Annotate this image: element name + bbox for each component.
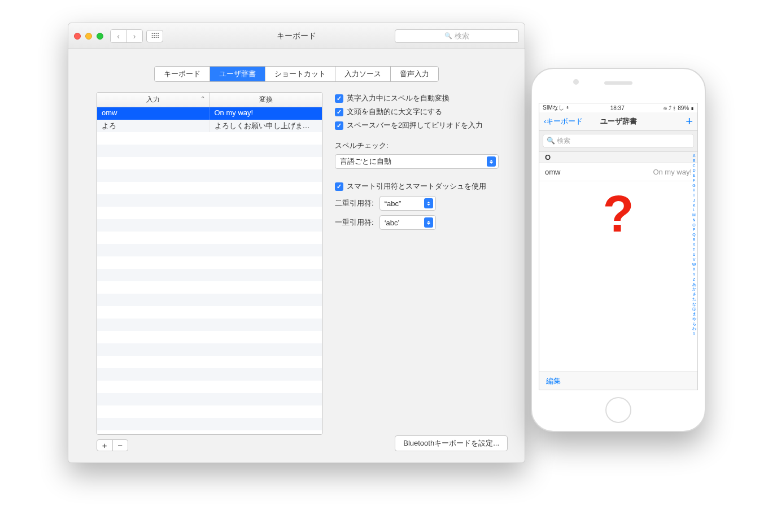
bluetooth-keyboard-button[interactable]: Bluetoothキーボードを設定...	[395, 435, 508, 451]
forward-button[interactable]: ›	[126, 30, 142, 42]
dictionary-row[interactable]: omw On my way!	[539, 163, 697, 181]
back-button[interactable]: ‹ キーボード	[544, 116, 583, 127]
single-quote-label: 一重引用符:	[335, 217, 374, 228]
home-button[interactable]	[605, 397, 631, 423]
double-quote-label: 二重引用符:	[335, 198, 374, 208]
show-all-button[interactable]: ⠿⠿	[146, 30, 163, 42]
preferences-window: ‹ › ⠿⠿ キーボード 検索 キーボードユーザ辞書ショートカット入力ソース音声…	[68, 23, 525, 463]
tab-bar: キーボードユーザ辞書ショートカット入力ソース音声入力	[68, 66, 525, 82]
add-button[interactable]: +	[686, 114, 693, 129]
status-bar: SIMなし ᯤ 18:37 ⊕ ⤴ ᚼ 89% ▮	[539, 103, 697, 112]
spellcheck-label: スペルチェック:	[335, 141, 508, 151]
edit-button[interactable]: 編集	[546, 376, 561, 386]
status-carrier: SIMなし ᯤ	[543, 104, 571, 112]
col-output[interactable]: 変換	[210, 93, 322, 107]
search-input[interactable]: 検索	[395, 29, 519, 43]
back-button[interactable]: ‹	[111, 30, 126, 42]
alphabet-index[interactable]: ABCDEFGHIJKLMNOPQRSTUVWXYZあかさたなはまやらわ#	[691, 151, 697, 372]
dictionary-table[interactable]: 入力⌃ 変換 omwOn my way!よろよろしくお願い申し上げま…	[97, 92, 322, 435]
chevron-updown-icon	[424, 198, 433, 208]
table-row[interactable]: omwOn my way!	[97, 107, 322, 120]
label-period: スペースバーを2回押してピリオドを入力	[347, 120, 483, 130]
zoom-icon[interactable]	[97, 33, 103, 40]
status-time: 18:37	[610, 105, 625, 111]
label-spell: 英字入力中にスペルを自動変換	[347, 93, 450, 103]
tab-4[interactable]: 音声入力	[391, 67, 438, 81]
iphone-screen: SIMなし ᯤ 18:37 ⊕ ⤴ ᚼ 89% ▮ ‹ キーボード ユーザ辞書 …	[539, 103, 698, 390]
checkbox-spell[interactable]: ✓	[335, 94, 343, 103]
col-input[interactable]: 入力⌃	[97, 93, 210, 107]
iphone-device: SIMなし ᯤ 18:37 ⊕ ⤴ ᚼ 89% ▮ ‹ キーボード ユーザ辞書 …	[531, 68, 706, 432]
label-smart-quotes: スマート引用符とスマートダッシュを使用	[347, 181, 486, 191]
add-button[interactable]: +	[97, 440, 113, 451]
phone-navbar: ‹ キーボード ユーザ辞書 +	[539, 112, 697, 130]
nav-buttons: ‹ ›	[110, 29, 143, 43]
remove-button[interactable]: −	[113, 440, 128, 451]
tab-3[interactable]: 入力ソース	[335, 67, 391, 81]
double-quote-select[interactable]: “abc”	[379, 196, 436, 211]
label-capitalize: 文頭を自動的に大文字にする	[347, 107, 442, 117]
phone-search-input[interactable]: 🔍 検索	[543, 134, 694, 148]
spellcheck-select[interactable]: 言語ごとに自動	[335, 154, 499, 169]
table-row[interactable]: よろよろしくお願い申し上げま…	[97, 120, 322, 132]
close-icon[interactable]	[74, 33, 81, 40]
checkbox-period[interactable]: ✓	[335, 121, 343, 130]
minimize-icon[interactable]	[85, 33, 92, 40]
row-input: omw	[545, 168, 560, 176]
row-output: On my way!	[653, 168, 692, 176]
sort-indicator-icon: ⌃	[200, 95, 205, 102]
chevron-updown-icon	[487, 156, 496, 167]
chevron-updown-icon	[424, 217, 433, 228]
section-header: O	[539, 151, 697, 163]
question-mark-icon: ?	[603, 185, 634, 243]
tab-1[interactable]: ユーザ辞書	[210, 67, 265, 81]
checkbox-capitalize[interactable]: ✓	[335, 108, 343, 116]
checkbox-smart-quotes[interactable]: ✓	[335, 182, 343, 191]
titlebar: ‹ › ⠿⠿ キーボード 検索	[68, 23, 525, 49]
tab-2[interactable]: ショートカット	[265, 67, 335, 81]
single-quote-select[interactable]: ‘abc’	[379, 215, 436, 230]
status-battery: ⊕ ⤴ ᚼ 89% ▮	[664, 105, 694, 111]
tab-0[interactable]: キーボード	[155, 67, 210, 81]
